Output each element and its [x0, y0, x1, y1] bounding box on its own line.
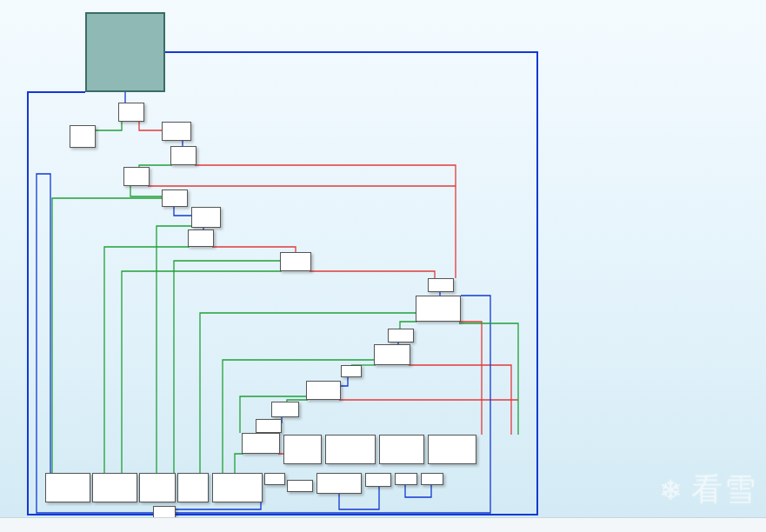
cfg-block[interactable] [242, 433, 280, 454]
cfg-block[interactable] [428, 278, 454, 292]
cfg-block[interactable] [365, 473, 391, 487]
cfg-edge [310, 271, 435, 278]
cfg-block[interactable] [70, 125, 96, 148]
cfg-edge [459, 323, 518, 435]
cfg-block[interactable] [45, 473, 90, 502]
cfg-block[interactable] [170, 146, 196, 165]
cfg-block[interactable] [316, 473, 362, 494]
cfg-block[interactable] [395, 473, 417, 485]
cfg-block[interactable] [374, 344, 410, 365]
cfg-root-block[interactable] [85, 12, 165, 92]
cfg-block[interactable] [341, 365, 362, 377]
cfg-edge [104, 247, 190, 473]
cfg-block[interactable] [256, 419, 282, 433]
cfg-block[interactable] [271, 402, 299, 417]
cfg-edge [174, 207, 191, 216]
cfg-block[interactable] [379, 435, 424, 464]
cfg-block[interactable] [421, 473, 443, 485]
cfg-edge [52, 198, 162, 473]
cfg-block[interactable] [388, 329, 414, 342]
cfg-block[interactable] [162, 122, 191, 141]
cfg-canvas[interactable] [0, 0, 766, 532]
cfg-block[interactable] [283, 435, 322, 464]
cfg-block[interactable] [153, 506, 176, 518]
cfg-block[interactable] [92, 473, 137, 502]
status-bar [0, 517, 766, 532]
cfg-block[interactable] [280, 252, 311, 271]
cfg-edge [235, 454, 243, 473]
cfg-block[interactable] [123, 167, 150, 186]
cfg-edge [459, 322, 482, 435]
cfg-block[interactable] [264, 473, 285, 485]
cfg-block[interactable] [139, 473, 176, 502]
cfg-edge [405, 485, 431, 497]
cfg-block[interactable] [428, 435, 476, 464]
cfg-block[interactable] [325, 435, 376, 464]
cfg-edge [400, 322, 417, 329]
cfg-block[interactable] [188, 229, 214, 247]
cfg-edge [130, 186, 162, 196]
cfg-block[interactable] [287, 480, 313, 492]
cfg-block[interactable] [118, 103, 144, 122]
cfg-block[interactable] [212, 473, 263, 502]
cfg-block[interactable] [177, 473, 209, 502]
cfg-block[interactable] [306, 381, 341, 400]
cfg-block[interactable] [416, 296, 461, 322]
cfg-block[interactable] [162, 190, 188, 207]
cfg-block[interactable] [191, 207, 221, 228]
